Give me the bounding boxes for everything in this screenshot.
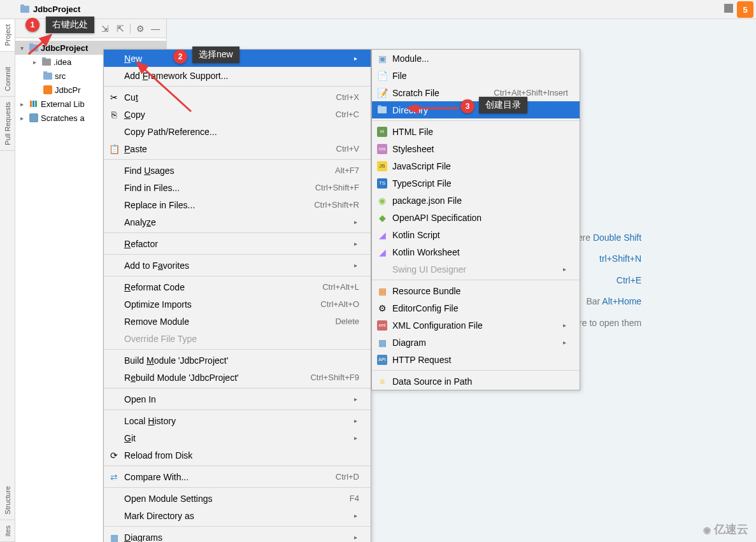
menu-compare[interactable]: ⇄ Compare With... Ctrl+D: [104, 468, 371, 485]
menu-build[interactable]: Build Module 'JdbcProject': [104, 352, 371, 369]
minimize-icon[interactable]: —: [148, 22, 162, 36]
chevron-right-icon: ▸: [563, 339, 568, 346]
tab-folder-icon[interactable]: [0, 52, 15, 62]
gear-icon[interactable]: ⚙: [133, 22, 147, 36]
menu-cut[interactable]: ✂ Cut Ctrl+X: [104, 89, 371, 106]
submenu-resource-bundle[interactable]: ▦ Resource Bundle: [372, 282, 580, 299]
xml-icon: xml: [377, 320, 387, 331]
chevron-down-icon: ▾: [20, 45, 27, 52]
kotlin-icon: ◢: [377, 247, 387, 257]
submenu-http[interactable]: API HTTP Request: [372, 351, 580, 368]
folder-icon: [29, 45, 38, 52]
submenu-html[interactable]: H HTML File: [372, 123, 580, 140]
submenu-typescript[interactable]: TS TypeScript File: [372, 175, 580, 192]
shortcut-nav-bar: Alt+Home: [602, 296, 641, 306]
sidebar-left: Project Commit Pull Requests Structure i…: [0, 19, 15, 542]
user-avatar-icon[interactable]: [724, 4, 733, 13]
breadcrumb-project[interactable]: JdbcProject: [33, 4, 80, 14]
tab-favorites[interactable]: ites: [0, 520, 15, 542]
submenu-kotlin-worksheet[interactable]: ◢ Kotlin Worksheet: [372, 243, 580, 260]
annotation-label-1: 右键此处: [46, 17, 94, 33]
menu-local-history[interactable]: Local History ▸: [104, 412, 371, 429]
submenu-javascript[interactable]: JS JavaScript File: [372, 157, 580, 175]
paste-icon: 📋: [109, 144, 119, 154]
annotation-label-2: 选择new: [192, 46, 239, 63]
chevron-right-icon: ▸: [20, 101, 27, 108]
menu-add-framework[interactable]: Add Framework Support...: [104, 67, 371, 84]
shortcut-double-shift: Double Shift: [593, 232, 641, 243]
menu-find-in-files[interactable]: Find in Files... Ctrl+Shift+F: [104, 179, 371, 196]
menu-find-usages[interactable]: Find Usages Alt+F7: [104, 162, 371, 179]
tab-project[interactable]: Project: [0, 19, 15, 52]
folder-icon: [42, 59, 51, 66]
api-badge-icon: API: [377, 355, 387, 365]
menu-remove-module[interactable]: Remove Module Delete: [104, 313, 371, 330]
scratch-icon: [29, 113, 38, 122]
menu-diagrams[interactable]: ▦ Diagrams ▸: [104, 529, 371, 542]
chevron-right-icon: ▸: [20, 115, 27, 122]
submenu-file[interactable]: 📄 File: [372, 67, 580, 84]
tab-pull-requests[interactable]: Pull Requests: [0, 97, 15, 151]
menu-rebuild[interactable]: Rebuild Module 'JdbcProject' Ctrl+Shift+…: [104, 369, 371, 386]
submenu-editorconfig[interactable]: ⚙ EditorConfig File: [372, 299, 580, 317]
menu-copy-path[interactable]: Copy Path/Reference...: [104, 123, 371, 140]
chevron-right-icon: ▸: [563, 322, 568, 329]
folder-icon: [43, 73, 52, 80]
copy-icon: ⎘: [109, 110, 119, 120]
chevron-right-icon: ▸: [354, 534, 359, 541]
blank-icon: [109, 53, 119, 64]
submenu-scratch[interactable]: 📝 Scratch File Ctrl+Alt+Shift+Insert: [372, 84, 580, 101]
submenu-diagram[interactable]: ▦ Diagram ▸: [372, 334, 580, 351]
menu-open-in[interactable]: Open In ▸: [104, 390, 371, 408]
api-icon: ◆: [377, 213, 387, 223]
menu-optimize[interactable]: Optimize Imports Ctrl+Alt+O: [104, 296, 371, 313]
chevron-right-icon: ▸: [354, 240, 359, 247]
diagram-icon: ▦: [109, 532, 119, 543]
submenu-datasource[interactable]: ≡ Data Source in Path: [372, 373, 580, 390]
ts-icon: TS: [377, 178, 387, 189]
submenu-kotlin-script[interactable]: ◢ Kotlin Script: [372, 226, 580, 243]
menu-git[interactable]: Git ▸: [104, 429, 371, 446]
menu-copy[interactable]: ⎘ Copy Ctrl+C: [104, 106, 371, 123]
submenu-module[interactable]: ▣ Module...: [372, 50, 580, 67]
database-icon: ≡: [377, 376, 387, 387]
module-icon: ▣: [377, 53, 387, 64]
menu-replace-in-files[interactable]: Replace in Files... Ctrl+Shift+R: [104, 196, 371, 213]
expand-icon[interactable]: ⇲: [98, 22, 112, 36]
tab-commit[interactable]: Commit: [0, 62, 15, 97]
chevron-right-icon: ▸: [563, 266, 568, 273]
menu-reload[interactable]: ⟳ Reload from Disk: [104, 446, 371, 464]
submenu-xml[interactable]: xml XML Configuration File ▸: [372, 317, 580, 334]
chevron-right-icon: ▸: [354, 417, 359, 424]
watermark: ◉ 亿速云: [703, 522, 748, 537]
menu-mark-directory[interactable]: Mark Directory as ▸: [104, 507, 371, 524]
folder-icon: [377, 105, 387, 115]
submenu-packagejson[interactable]: ◉ package.json File: [372, 192, 580, 209]
menu-favorites[interactable]: Add to Favorites ▸: [104, 257, 371, 274]
bundle-icon: ▦: [377, 286, 387, 296]
tab-structure[interactable]: Structure: [0, 481, 15, 520]
menu-analyze[interactable]: Analyze ▸: [104, 213, 371, 231]
menu-paste[interactable]: 📋 Paste Ctrl+V: [104, 140, 371, 157]
diagram-icon: ▦: [377, 338, 387, 348]
shortcut-goto-file: trl+Shift+N: [599, 253, 641, 264]
shortcut-recent: Ctrl+E: [617, 275, 641, 285]
submenu-stylesheet[interactable]: css Stylesheet: [372, 140, 580, 157]
menu-reformat[interactable]: Reformat Code Ctrl+Alt+L: [104, 278, 371, 296]
menu-refactor[interactable]: Refactor ▸: [104, 235, 371, 252]
submenu-openapi[interactable]: ◆ OpenAPI Specification: [372, 209, 580, 226]
menu-override-file-type: Override File Type: [104, 330, 371, 347]
menu-module-settings[interactable]: Open Module Settings F4: [104, 490, 371, 507]
panel-actions: ◎ ⇲ ⇱ ⚙ —: [83, 22, 162, 36]
submenu-swing[interactable]: Swing UI Designer ▸: [372, 260, 580, 278]
annotation-badge-1: 1: [25, 18, 39, 32]
cut-icon: ✂: [109, 92, 119, 103]
scratch-icon: 📝: [377, 88, 387, 98]
reload-icon: ⟳: [109, 450, 119, 460]
html-icon: H: [377, 127, 387, 137]
submenu-directory[interactable]: Directory: [372, 101, 580, 118]
annotation-badge-3: 3: [460, 99, 474, 113]
collapse-icon[interactable]: ⇱: [113, 22, 127, 36]
svg-rect-2: [35, 101, 37, 107]
js-icon: JS: [377, 161, 387, 171]
